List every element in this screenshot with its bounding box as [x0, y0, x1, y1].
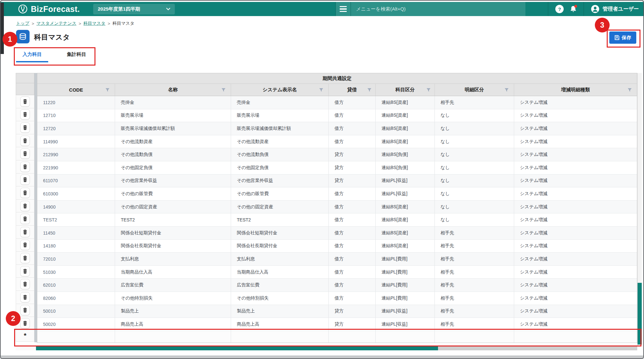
delete-row-button[interactable]	[20, 305, 30, 315]
cell-detail-category[interactable]: なし	[435, 122, 514, 135]
delete-row-button[interactable]	[20, 96, 30, 107]
breadcrumb-link-top[interactable]: トップ	[16, 21, 29, 26]
cell-code[interactable]: 611070	[37, 175, 115, 187]
cell-name[interactable]: 販売展示場	[115, 109, 231, 122]
cell-account-category[interactable]: 連結BS[資産]	[376, 122, 435, 135]
vertical-scrollbar[interactable]	[637, 73, 642, 346]
cell-account-category[interactable]: 連結PL[費用]	[376, 253, 435, 265]
cell-name[interactable]: その他固定負債	[115, 161, 231, 174]
delete-row-button[interactable]	[20, 162, 30, 172]
cell-code[interactable]: 51030	[37, 266, 115, 279]
cell-account-category[interactable]: 連結BS[資産]	[376, 227, 435, 239]
cell-code[interactable]: 14180	[37, 240, 115, 253]
cell-name[interactable]: 商品売上高	[115, 318, 231, 331]
cell-debit-credit[interactable]: 借方	[329, 187, 376, 200]
cell-change-detail-type[interactable]: システム増減	[514, 305, 637, 318]
cell-detail-category[interactable]	[435, 331, 514, 343]
cell-debit-credit[interactable]: 借方	[329, 109, 376, 122]
cell-change-detail-type[interactable]: システム増減	[514, 201, 637, 213]
breadcrumb-link-master-maintenance[interactable]: マスタメンテナンス	[36, 21, 76, 26]
cell-debit-credit[interactable]: 借方	[329, 227, 376, 239]
cell-debit-credit[interactable]: 借方	[329, 96, 376, 109]
cell-change-detail-type[interactable]: システム増減	[514, 279, 637, 292]
save-button[interactable]: 保存	[609, 31, 636, 44]
delete-row-button[interactable]	[20, 279, 30, 289]
cell-code[interactable]: 212990	[37, 148, 115, 161]
cell-debit-credit[interactable]: 貸方	[329, 318, 376, 331]
filter-icon[interactable]	[628, 88, 632, 92]
cell-debit-credit[interactable]: 貸方	[329, 148, 376, 161]
cell-name[interactable]: 関係会社長期貸付金	[115, 240, 231, 253]
cell-detail-category[interactable]: なし	[435, 187, 514, 200]
cell-change-detail-type[interactable]: システム増減	[514, 253, 637, 265]
cell-detail-category[interactable]: 相手先	[435, 279, 514, 292]
cell-code[interactable]: 11220	[37, 96, 115, 109]
cell-code[interactable]: TEST2	[37, 213, 115, 226]
cell-detail-category[interactable]: なし	[435, 201, 514, 213]
cell-detail-category[interactable]: 相手先	[435, 227, 514, 239]
cell-detail-category[interactable]: 相手先	[435, 266, 514, 279]
cell-code[interactable]: 62010	[37, 279, 115, 292]
cell-account-category[interactable]: 連結PL[収益]	[376, 175, 435, 187]
cell-account-category[interactable]: 連結BS[資産]	[376, 96, 435, 109]
cell-code[interactable]: 221990	[37, 161, 115, 174]
cell-code[interactable]: 12710	[37, 109, 115, 122]
cell-name[interactable]: その他の固定資産	[115, 201, 231, 213]
cell-detail-category[interactable]: 相手先	[435, 292, 514, 305]
cell-name[interactable]: 関係会社短期貸付金	[115, 227, 231, 239]
delete-row-button[interactable]	[20, 227, 30, 237]
cell-name[interactable]: 販売展示場減価償却累計額	[115, 122, 231, 135]
help-icon[interactable]: ?	[555, 5, 564, 13]
cell-detail-category[interactable]: なし	[435, 135, 514, 148]
cell-code[interactable]: 50020	[37, 318, 115, 331]
cell-name[interactable]: 支払利息	[115, 253, 231, 265]
cell-account-category[interactable]: 連結BS[資産]	[376, 240, 435, 253]
cell-account-category[interactable]: 連結PL[収益]	[376, 305, 435, 318]
cell-detail-category[interactable]: 相手先	[435, 253, 514, 265]
cell-debit-credit[interactable]: 借方	[329, 240, 376, 253]
cell-display-name[interactable]: その他の固定資産	[231, 201, 329, 213]
cell-detail-category[interactable]: 相手先	[435, 318, 514, 331]
cell-detail-category[interactable]: なし	[435, 109, 514, 122]
horizontal-scrollbar[interactable]	[16, 346, 637, 350]
menu-search-input[interactable]: メニューを検索(Alt+Q)	[351, 2, 525, 16]
filter-icon[interactable]	[319, 88, 323, 92]
cell-debit-credit[interactable]: 借方	[329, 292, 376, 305]
delete-row-button[interactable]	[20, 214, 30, 224]
cell-code[interactable]	[37, 331, 115, 343]
tab-input-accounts[interactable]: 入力科目	[16, 49, 48, 62]
filter-icon[interactable]	[105, 88, 110, 92]
filter-icon[interactable]	[367, 88, 371, 92]
cell-display-name[interactable]: 支払利息	[231, 253, 329, 265]
cell-debit-credit[interactable]: 借方	[329, 213, 376, 226]
cell-name[interactable]: 当期商品仕入高	[115, 266, 231, 279]
period-selector[interactable]: 2025年度第1四半期	[93, 4, 175, 14]
cell-display-name[interactable]: 製品売上	[231, 305, 329, 318]
cell-display-name[interactable]: 販売展示場減価償却累計額	[231, 122, 329, 135]
cell-code[interactable]: 50010	[37, 305, 115, 318]
delete-row-button[interactable]	[20, 136, 30, 146]
cell-display-name[interactable]: 関係会社短期貸付金	[231, 227, 329, 239]
cell-change-detail-type[interactable]: システム増減	[514, 240, 637, 253]
cell-display-name[interactable]: その他の販管費	[231, 187, 329, 200]
cell-account-category[interactable]: 連結PL[収益]	[376, 318, 435, 331]
cell-change-detail-type[interactable]: システム増減	[514, 122, 637, 135]
cell-debit-credit[interactable]: 借方	[329, 253, 376, 265]
cell-name[interactable]: その他の販管費	[115, 187, 231, 200]
cell-detail-category[interactable]: 相手先	[435, 96, 514, 109]
user-menu[interactable]: 管理者ユーザー	[591, 5, 639, 13]
cell-change-detail-type[interactable]: システム増減	[514, 292, 637, 305]
cell-account-category[interactable]: 連結BS[負債]	[376, 161, 435, 174]
cell-change-detail-type[interactable]: システム増減	[514, 109, 637, 122]
cell-name[interactable]: TEST2	[115, 213, 231, 226]
cell-code[interactable]: 11450	[37, 227, 115, 239]
cell-detail-category[interactable]: 相手先	[435, 240, 514, 253]
cell-display-name[interactable]: その他特別損失	[231, 292, 329, 305]
delete-row-button[interactable]	[20, 122, 30, 133]
cell-code[interactable]: 12720	[37, 122, 115, 135]
cell-display-name[interactable]: その他営業外収益	[231, 175, 329, 187]
cell-debit-credit[interactable]	[329, 331, 376, 343]
cell-debit-credit[interactable]: 借方	[329, 201, 376, 213]
cell-display-name[interactable]	[231, 331, 329, 343]
cell-detail-category[interactable]: 相手先	[435, 305, 514, 318]
